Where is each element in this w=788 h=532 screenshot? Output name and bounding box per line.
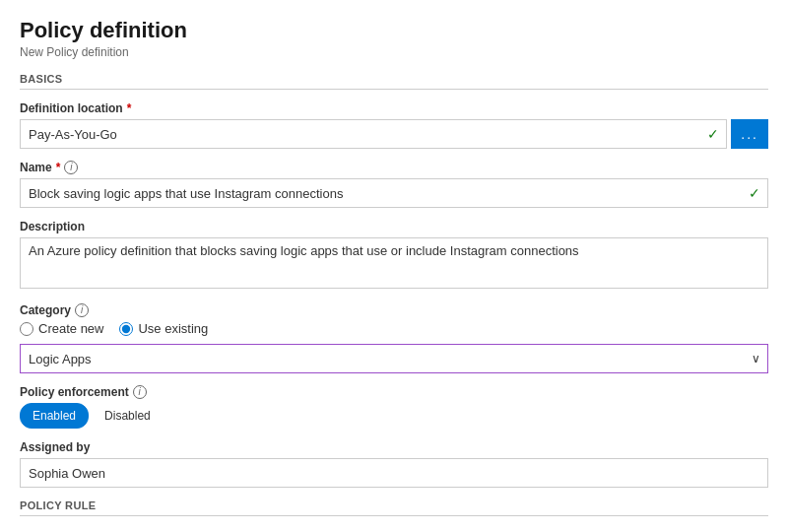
category-label: Category [20, 303, 71, 317]
name-required: * [56, 161, 61, 174]
definition-location-required: * [127, 101, 132, 115]
name-info-icon[interactable]: i [64, 161, 78, 174]
policy-enforcement-info-icon[interactable]: i [133, 385, 147, 399]
definition-location-label: Definition location [20, 101, 123, 115]
page-subtitle: New Policy definition [20, 45, 768, 59]
category-use-existing-option[interactable]: Use existing [119, 321, 208, 336]
page-title: Policy definition [20, 18, 768, 43]
policy-enforcement-label: Policy enforcement [20, 385, 129, 399]
category-dropdown[interactable]: Logic Apps [20, 344, 768, 373]
definition-location-check-icon: ✓ [707, 126, 719, 142]
category-use-existing-radio[interactable] [119, 322, 133, 336]
name-input[interactable] [20, 178, 768, 208]
assigned-by-input[interactable] [20, 458, 768, 488]
category-create-new-radio[interactable] [20, 322, 33, 336]
definition-location-input[interactable] [20, 119, 727, 149]
description-textarea[interactable] [20, 237, 768, 289]
category-create-new-label: Create new [38, 321, 103, 336]
name-label: Name [20, 161, 52, 174]
policy-enforcement-enabled-button[interactable]: Enabled [20, 403, 89, 429]
description-label: Description [20, 220, 85, 233]
category-create-new-option[interactable]: Create new [20, 321, 103, 336]
category-info-icon[interactable]: i [75, 303, 89, 317]
import-link[interactable]: ↓ Import sample policy definition from G… [20, 528, 768, 532]
policy-enforcement-toggle-group: Enabled Disabled [20, 403, 768, 429]
category-use-existing-label: Use existing [138, 321, 208, 336]
assigned-by-label: Assigned by [20, 440, 90, 454]
policy-enforcement-disabled-button[interactable]: Disabled [93, 403, 163, 429]
name-check-icon: ✓ [749, 185, 760, 201]
basics-section-label: BASICS [20, 73, 768, 90]
definition-location-ellipsis-button[interactable]: ... [731, 119, 768, 149]
policy-rule-section-label: POLICY RULE [20, 499, 768, 516]
